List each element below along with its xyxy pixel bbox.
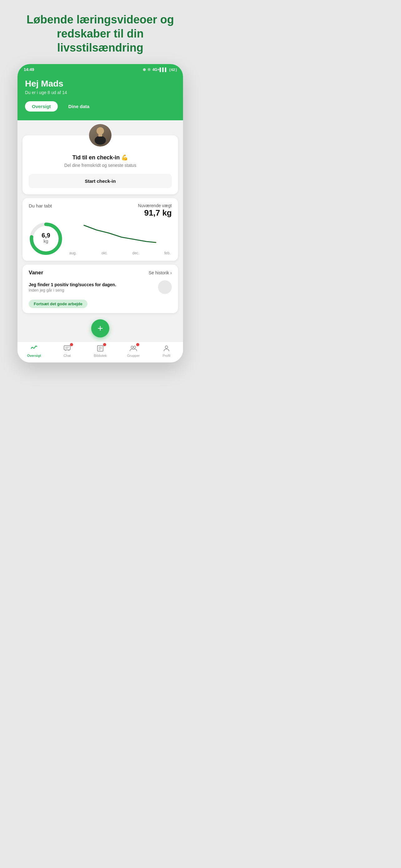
habit-tag: Fortsæt det gode arbejde: [29, 298, 172, 308]
bibliotek-badge: [103, 343, 106, 346]
start-checkin-button[interactable]: Start check-in: [29, 174, 172, 188]
header-tabs: Oversigt Dine data: [25, 101, 175, 112]
current-weight-label: Nuværende vægt: [138, 203, 172, 208]
svg-point-16: [165, 346, 168, 348]
bibliotek-icon: [96, 344, 104, 352]
svg-rect-7: [64, 346, 70, 350]
svg-point-15: [134, 346, 136, 348]
content-area: Tid til en check-in 💪 Del dine fremskrid…: [18, 120, 183, 363]
see-history-link[interactable]: Se historik ›: [149, 270, 172, 275]
grupper-badge: [136, 343, 139, 346]
bluetooth-icon: ⊕: [143, 67, 146, 72]
month-dec: dec.: [132, 251, 140, 255]
nav-item-chat[interactable]: Chat: [58, 344, 76, 358]
phone-mockup: 14:49 ⊕ ® 4G+▌▌▌ [62] Hej Mads Du er i u…: [18, 64, 183, 363]
habit-text: Jeg finder 1 positiv ting/succes for dag…: [29, 282, 116, 292]
weight-lost-label: Du har tabt: [29, 203, 52, 208]
month-aug: aug.: [69, 251, 76, 255]
app-header: Hej Mads Du er i uge 8 ud af 14 Oversigt…: [18, 74, 183, 120]
chevron-right-icon: ›: [170, 270, 172, 275]
avatar-container: [89, 124, 111, 147]
avatar: [89, 124, 111, 147]
continue-tag: Fortsæt det gode arbejde: [29, 300, 88, 308]
habit-sub-text: inden jeg går i seng: [29, 288, 116, 292]
chart-months: aug. okt. dec. feb.: [68, 251, 172, 255]
chat-icon: [63, 344, 71, 352]
registered-icon: ®: [148, 67, 151, 72]
checkin-card: Tid til en check-in 💪 Del dine fremskrid…: [23, 135, 178, 194]
nav-item-grupper[interactable]: Grupper: [124, 344, 143, 358]
vaner-header: Vaner Se historik ›: [29, 270, 172, 276]
fab-add-button[interactable]: +: [91, 319, 109, 337]
nav-label-oversigt: Oversigt: [27, 354, 41, 358]
svg-text:6,9: 6,9: [41, 232, 50, 239]
fab-area: +: [18, 319, 183, 337]
chat-badge: [70, 343, 73, 346]
status-time: 14:49: [24, 67, 34, 72]
bottom-nav: Oversigt Chat: [18, 342, 183, 363]
weight-chart-area: aug. okt. dec. feb.: [68, 222, 172, 255]
month-feb: feb.: [164, 251, 170, 255]
checkin-title: Tid til en check-in 💪: [29, 154, 172, 161]
checkin-card-inner: Tid til en check-in 💪 Del dine fremskrid…: [29, 142, 172, 188]
current-weight-area: Nuværende vægt 91,7 kg: [138, 203, 172, 218]
current-weight-value: 91,7 kg: [138, 208, 172, 218]
habit-main-text: Jeg finder 1 positiv ting/succes for dag…: [29, 282, 116, 287]
nav-label-bibliotek: Bibliotek: [94, 354, 107, 358]
nav-label-chat: Chat: [63, 354, 71, 358]
svg-text:kg: kg: [43, 239, 48, 244]
weight-header: Du har tabt Nuværende vægt 91,7 kg: [29, 203, 172, 218]
vaner-title: Vaner: [29, 270, 43, 276]
profil-icon: [162, 344, 170, 352]
nav-item-profil[interactable]: Profil: [157, 344, 176, 358]
habit-toggle[interactable]: [158, 280, 172, 294]
svg-rect-2: [98, 134, 102, 136]
tab-dine-data[interactable]: Dine data: [62, 101, 97, 112]
weight-line-chart: [68, 222, 172, 247]
weight-body: 6,9 kg aug. okt. dec. feb.: [29, 221, 172, 256]
checkin-subtitle: Del dine fremskridt og seneste status: [29, 163, 172, 168]
nav-item-oversigt[interactable]: Oversigt: [25, 344, 43, 358]
habit-item: Jeg finder 1 positiv ting/succes for dag…: [29, 280, 172, 294]
svg-point-1: [95, 136, 106, 145]
tab-oversigt[interactable]: Oversigt: [25, 101, 58, 112]
greeting-name: Hej Mads: [25, 79, 175, 89]
status-icons: ⊕ ® 4G+▌▌▌ [62]: [143, 67, 177, 72]
svg-point-0: [97, 127, 104, 135]
battery-icon: [62]: [169, 68, 177, 71]
greeting-subtitle: Du er i uge 8 ud af 14: [25, 90, 175, 95]
nav-item-bibliotek[interactable]: Bibliotek: [91, 344, 110, 358]
weight-circle-chart: 6,9 kg: [29, 221, 63, 256]
network-icon: 4G+▌▌▌: [153, 67, 168, 72]
svg-point-14: [131, 346, 133, 348]
status-bar: 14:49 ⊕ ® 4G+▌▌▌ [62]: [18, 64, 183, 74]
nav-label-profil: Profil: [162, 354, 170, 358]
weight-card: Du har tabt Nuværende vægt 91,7 kg 6,9 k…: [23, 198, 178, 261]
grupper-icon: [129, 344, 137, 352]
oversigt-icon: [30, 344, 38, 352]
nav-label-grupper: Grupper: [127, 354, 140, 358]
hero-text: Løbende læringsvideoer og redskaber til …: [0, 0, 201, 64]
vaner-card: Vaner Se historik › Jeg finder 1 positiv…: [23, 265, 178, 313]
month-okt: okt.: [101, 251, 107, 255]
